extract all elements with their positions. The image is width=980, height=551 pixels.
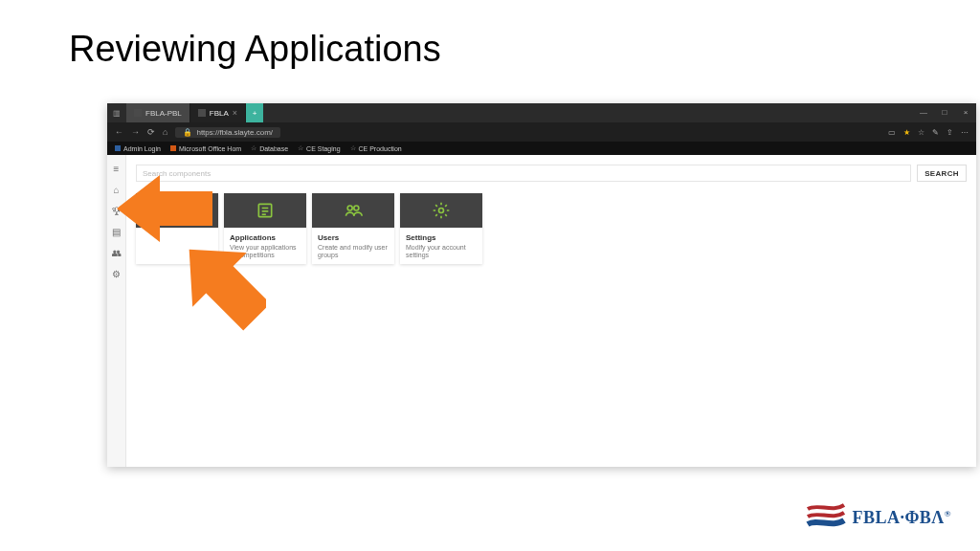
bookmark-item[interactable]: ☆ CE Production bbox=[350, 144, 402, 152]
bookmark-favicon-icon bbox=[115, 145, 121, 151]
new-tab-button[interactable]: + bbox=[246, 103, 263, 122]
share-icon[interactable]: ⇪ bbox=[947, 128, 953, 137]
card-title: Users bbox=[318, 233, 389, 242]
gear-icon bbox=[432, 201, 451, 220]
browser-addressbar: ← → ⟳ ⌂ 🔒 https://fbla.slayte.com/ ▭ ★ ☆… bbox=[107, 122, 976, 142]
svg-point-8 bbox=[439, 209, 444, 213]
bookmark-label: CE Staging bbox=[306, 145, 340, 152]
maximize-button[interactable]: □ bbox=[934, 103, 955, 122]
reader-icon[interactable]: ▭ bbox=[888, 128, 896, 137]
bookmark-label: Microsoft Office Hom bbox=[179, 145, 241, 152]
bookmark-label: CE Production bbox=[359, 145, 402, 152]
forward-button[interactable]: → bbox=[131, 127, 140, 137]
browser-tab[interactable]: FBLA × bbox=[190, 103, 246, 122]
flag-icon bbox=[806, 499, 846, 536]
favorite-star-icon[interactable]: ★ bbox=[903, 128, 910, 137]
svg-point-6 bbox=[347, 206, 352, 210]
card-desc: Modify your account settings bbox=[406, 244, 477, 260]
favorites-icon[interactable]: ☆ bbox=[918, 128, 924, 137]
users-icon[interactable]: 👥︎ bbox=[111, 247, 122, 258]
logo-text: FBLA·ΦBΛ bbox=[852, 508, 944, 527]
favicon-icon bbox=[198, 109, 206, 117]
address-field[interactable]: 🔒 https://fbla.slayte.com/ bbox=[175, 127, 280, 138]
window-controls: — □ × bbox=[913, 103, 976, 122]
close-tab-icon[interactable]: × bbox=[233, 108, 237, 118]
fbla-logo: FBLA·ΦBΛ® bbox=[806, 499, 951, 536]
svg-marker-9 bbox=[117, 175, 212, 242]
users-icon bbox=[344, 201, 363, 220]
bookmark-favicon-icon bbox=[170, 145, 176, 151]
dashboard-card-settings[interactable]: Settings Modify your account settings bbox=[400, 193, 482, 264]
bookmark-label: Database bbox=[259, 145, 288, 152]
browser-tabstrip: ▥ FBLA-PBL FBLA × + — □ × bbox=[107, 103, 976, 122]
bookmark-item[interactable]: ☆ CE Staging bbox=[298, 144, 340, 152]
annotation-arrow-up-icon bbox=[180, 235, 266, 331]
more-icon[interactable]: ⋯ bbox=[961, 128, 969, 137]
card-title: Settings bbox=[406, 233, 477, 242]
back-button[interactable]: ← bbox=[115, 127, 123, 137]
gear-icon[interactable]: ⚙ bbox=[111, 268, 122, 279]
svg-marker-10 bbox=[180, 235, 266, 331]
slide-title: Reviewing Applications bbox=[69, 29, 441, 70]
browser-bookmarks-bar: Admin Login Microsoft Office Hom ☆ Datab… bbox=[107, 142, 976, 155]
bookmark-item[interactable]: Admin Login bbox=[115, 145, 161, 152]
favicon-icon bbox=[134, 109, 142, 117]
bookmark-item[interactable]: Microsoft Office Hom bbox=[170, 145, 241, 152]
close-window-button[interactable]: × bbox=[955, 103, 976, 122]
browser-tab[interactable]: FBLA-PBL bbox=[126, 103, 190, 122]
refresh-button[interactable]: ⟳ bbox=[147, 127, 155, 137]
bookmark-item[interactable]: ☆ Database bbox=[251, 144, 288, 152]
sidebar-toggle-icon[interactable]: ▥ bbox=[107, 103, 126, 122]
home-button[interactable]: ⌂ bbox=[163, 127, 167, 137]
star-icon: ☆ bbox=[251, 144, 256, 152]
tab-label: FBLA bbox=[210, 109, 229, 118]
card-desc: Create and modify user groups bbox=[318, 244, 389, 260]
address-text: https://fbla.slayte.com/ bbox=[196, 128, 273, 137]
notes-icon[interactable]: ✎ bbox=[932, 128, 939, 137]
bookmark-label: Admin Login bbox=[123, 145, 161, 152]
star-icon: ☆ bbox=[298, 144, 303, 152]
applications-icon bbox=[256, 201, 275, 220]
lock-icon: 🔒 bbox=[183, 128, 192, 137]
minimize-button[interactable]: — bbox=[913, 103, 934, 122]
registered-mark: ® bbox=[945, 509, 951, 518]
search-input[interactable]: Search components bbox=[136, 165, 911, 182]
search-button[interactable]: SEARCH bbox=[917, 165, 967, 182]
star-icon: ☆ bbox=[350, 144, 356, 152]
dashboard-card-users[interactable]: Users Create and modify user groups bbox=[312, 193, 394, 264]
tab-label: FBLA-PBL bbox=[145, 109, 182, 118]
svg-point-7 bbox=[354, 206, 359, 210]
